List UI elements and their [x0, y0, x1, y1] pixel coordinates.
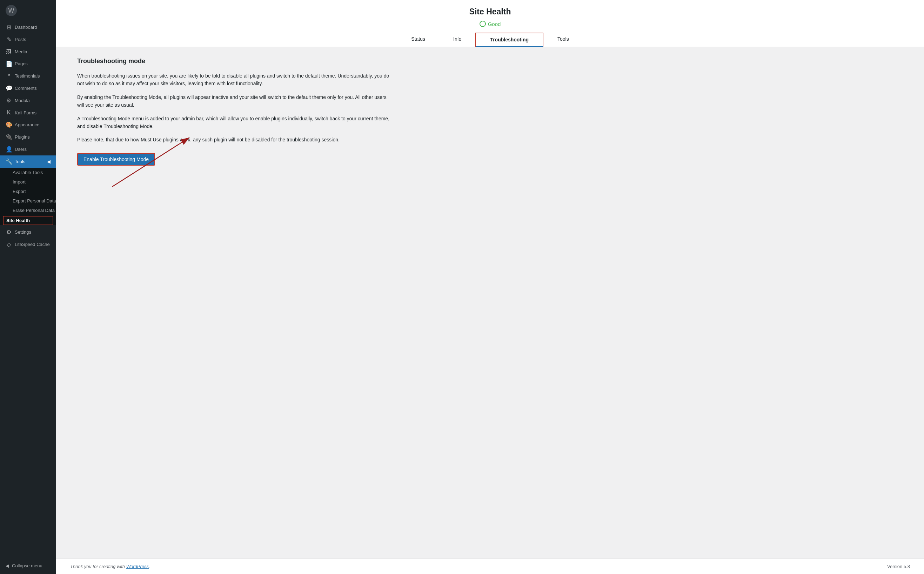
- sidebar-item-testimonials[interactable]: ❝ Testimonials: [0, 70, 56, 82]
- status-label: Good: [488, 21, 501, 27]
- footer: Thank you for creating with WordPress. V…: [56, 558, 924, 574]
- content-body: Troubleshooting mode When troubleshootin…: [56, 47, 924, 257]
- sidebar-item-label: Dashboard: [15, 25, 37, 30]
- sidebar-item-dashboard[interactable]: ⊞ Dashboard: [0, 21, 56, 33]
- annotation-arrow-svg: [77, 123, 253, 194]
- tools-arrow-icon: ◀: [47, 159, 50, 164]
- sidebar: W ⊞ Dashboard ✎ Posts 🖼 Media 📄 Pages ❝ …: [0, 0, 56, 574]
- tools-submenu: Available Tools Import Export Export Per…: [0, 168, 56, 225]
- tools-item-left: 🔧 Tools: [6, 158, 25, 165]
- sidebar-item-label: Media: [15, 49, 27, 54]
- sidebar-item-comments[interactable]: 💬 Comments: [0, 82, 56, 95]
- wp-logo-icon: W: [6, 5, 17, 16]
- sidebar-item-label: Plugins: [15, 134, 30, 140]
- submenu-erase-personal[interactable]: Erase Personal Data: [0, 206, 56, 215]
- tab-status[interactable]: Status: [397, 33, 439, 47]
- submenu-available-tools[interactable]: Available Tools: [0, 168, 56, 177]
- collapse-menu-button[interactable]: ◀ Collapse menu: [0, 560, 56, 571]
- description-paragraph-2: By enabling the Troubleshooting Mode, al…: [77, 93, 393, 109]
- submenu-site-health[interactable]: Site Health: [3, 216, 54, 225]
- collapse-label: Collapse menu: [12, 563, 43, 568]
- modula-icon: ⚙: [6, 97, 12, 104]
- sidebar-item-pages[interactable]: 📄 Pages: [0, 58, 56, 70]
- status-circle-icon: [480, 21, 486, 27]
- sidebar-item-posts[interactable]: ✎ Posts: [0, 33, 56, 46]
- sidebar-item-label: Modula: [15, 98, 30, 103]
- sidebar-item-label: Users: [15, 147, 27, 152]
- settings-icon: ⚙: [6, 229, 12, 235]
- plugins-icon: 🔌: [6, 134, 12, 140]
- kali-forms-icon: K: [6, 109, 12, 116]
- health-status: Good: [70, 21, 910, 27]
- sidebar-logo: W: [0, 0, 56, 21]
- sidebar-item-litespeed[interactable]: ◇ LiteSpeed Cache: [0, 238, 56, 251]
- sidebar-item-media[interactable]: 🖼 Media: [0, 46, 56, 58]
- sidebar-item-modula[interactable]: ⚙ Modula: [0, 95, 56, 107]
- comments-icon: 💬: [6, 85, 12, 91]
- footer-period: .: [149, 564, 150, 569]
- users-icon: 👤: [6, 146, 12, 153]
- tools-icon: 🔧: [6, 158, 12, 165]
- svg-line-1: [112, 137, 189, 187]
- section-title: Troubleshooting mode: [77, 58, 903, 65]
- appearance-icon: 🎨: [6, 121, 12, 128]
- sidebar-item-label: Testimonials: [15, 73, 40, 79]
- tab-info[interactable]: Info: [439, 33, 475, 47]
- footer-text: Thank you for creating with WordPress.: [70, 564, 150, 569]
- annotation-container: [77, 123, 253, 194]
- page-title: Site Health: [70, 7, 910, 16]
- submenu-import[interactable]: Import: [0, 177, 56, 187]
- footer-thank-you: Thank you for creating with: [70, 564, 126, 569]
- media-icon: 🖼: [6, 49, 12, 55]
- sidebar-item-settings[interactable]: ⚙ Settings: [0, 226, 56, 238]
- litespeed-icon: ◇: [6, 241, 12, 248]
- sidebar-item-appearance[interactable]: 🎨 Appearance: [0, 118, 56, 131]
- testimonials-icon: ❝: [6, 73, 12, 79]
- tab-troubleshooting[interactable]: Troubleshooting: [475, 33, 543, 47]
- tab-tools[interactable]: Tools: [543, 33, 583, 47]
- sidebar-item-label: LiteSpeed Cache: [15, 242, 50, 247]
- wordpress-link[interactable]: WordPress: [126, 564, 149, 569]
- sidebar-item-label: Pages: [15, 61, 28, 66]
- footer-version: Version 5.8: [887, 564, 910, 569]
- sidebar-item-label: Settings: [15, 229, 31, 235]
- sidebar-item-label: Comments: [15, 86, 37, 91]
- sidebar-item-label: Posts: [15, 37, 26, 42]
- dashboard-icon: ⊞: [6, 24, 12, 30]
- submenu-export[interactable]: Export: [0, 187, 56, 196]
- sidebar-item-label: Kali Forms: [15, 110, 36, 115]
- sidebar-bottom: ◀ Collapse menu: [0, 560, 56, 574]
- collapse-icon: ◀: [6, 563, 9, 568]
- submenu-export-personal[interactable]: Export Personal Data: [0, 196, 56, 206]
- pages-icon: 📄: [6, 60, 12, 67]
- sidebar-item-users[interactable]: 👤 Users: [0, 143, 56, 155]
- main-content: Site Health Good Status Info Troubleshoo…: [56, 0, 924, 574]
- page-header: Site Health Good Status Info Troubleshoo…: [56, 0, 924, 47]
- sidebar-item-plugins[interactable]: 🔌 Plugins: [0, 131, 56, 143]
- sidebar-item-label: Appearance: [15, 122, 39, 127]
- tabs-nav: Status Info Troubleshooting Tools: [70, 33, 910, 47]
- sidebar-item-kali-forms[interactable]: K Kali Forms: [0, 107, 56, 118]
- sidebar-item-tools[interactable]: 🔧 Tools ◀: [0, 155, 56, 168]
- content-area: Site Health Good Status Info Troubleshoo…: [56, 0, 924, 558]
- description-paragraph-1: When troubleshooting issues on your site…: [77, 72, 393, 88]
- sidebar-item-label: Tools: [15, 159, 25, 164]
- posts-icon: ✎: [6, 36, 12, 43]
- sidebar-navigation: ⊞ Dashboard ✎ Posts 🖼 Media 📄 Pages ❝ Te…: [0, 21, 56, 560]
